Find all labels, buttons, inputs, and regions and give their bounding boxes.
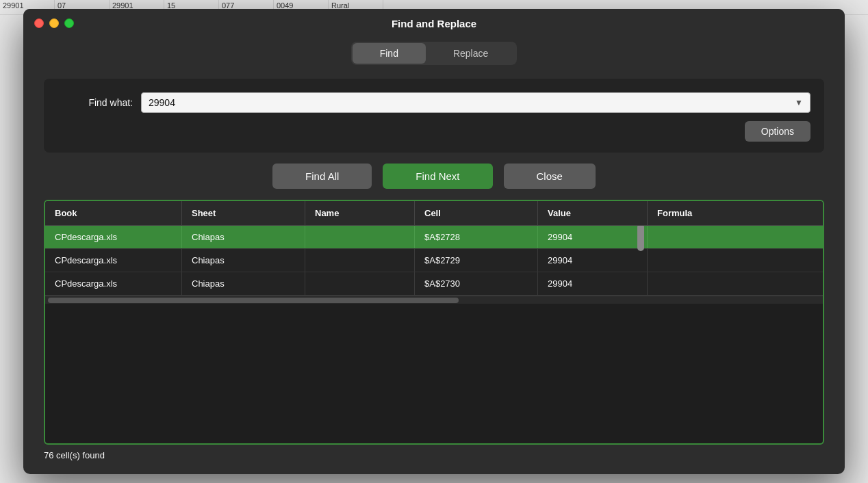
cell-formula — [648, 249, 823, 272]
dialog-body: Find Replace Find what: ▼ Options — [23, 35, 845, 474]
table-row[interactable]: CPdescarga.xls Chiapas $A$2730 29904 — [45, 272, 823, 296]
cell-formula — [648, 226, 823, 248]
h-scrollbar-thumb[interactable] — [48, 298, 459, 303]
cell-book: CPdescarga.xls — [45, 272, 182, 295]
cell-book: CPdescarga.xls — [45, 226, 182, 248]
col-cell: Cell — [415, 201, 538, 225]
find-row: Find what: ▼ — [58, 92, 810, 113]
cell-cell: $A$2728 — [415, 226, 538, 248]
find-replace-dialog: Find and Replace Find Replace Find what:… — [23, 9, 845, 474]
col-sheet: Sheet — [182, 201, 305, 225]
col-name: Name — [305, 201, 415, 225]
results-body: CPdescarga.xls Chiapas $A$2728 29904 CPd… — [45, 226, 823, 296]
find-input-wrapper: ▼ — [141, 92, 810, 113]
cell-value: 29904 — [538, 272, 648, 295]
find-section: Find what: ▼ Options — [44, 79, 824, 153]
cell-sheet: Chiapas — [182, 226, 305, 248]
cell-cell: $A$2729 — [415, 249, 538, 272]
tab-group: Find Replace — [351, 42, 518, 65]
options-button[interactable]: Options — [745, 121, 810, 142]
col-book: Book — [45, 201, 182, 225]
cell-name — [305, 272, 415, 295]
close-dialog-button[interactable]: Close — [504, 164, 596, 189]
dropdown-arrow-icon[interactable]: ▼ — [788, 98, 810, 107]
tab-find[interactable]: Find — [353, 43, 426, 64]
find-next-button[interactable]: Find Next — [383, 164, 492, 189]
col-formula: Formula — [648, 201, 823, 225]
cell-value: 29904 — [538, 249, 648, 272]
traffic-lights — [34, 18, 74, 28]
dialog-overlay: Find and Replace Find Replace Find what:… — [0, 0, 868, 483]
close-button[interactable] — [34, 18, 44, 28]
tab-replace[interactable]: Replace — [426, 43, 515, 64]
maximize-button[interactable] — [64, 18, 74, 28]
cell-name — [305, 249, 415, 272]
find-input[interactable] — [142, 93, 788, 112]
table-row[interactable]: CPdescarga.xls Chiapas $A$2729 29904 — [45, 249, 823, 272]
cell-sheet: Chiapas — [182, 249, 305, 272]
cell-value: 29904 — [538, 226, 648, 248]
cell-sheet: Chiapas — [182, 272, 305, 295]
table-row[interactable]: CPdescarga.xls Chiapas $A$2728 29904 — [45, 226, 823, 249]
minimize-button[interactable] — [49, 18, 59, 28]
cell-name — [305, 226, 415, 248]
results-header: Book Sheet Name Cell Value Formula — [45, 201, 823, 226]
col-value: Value — [538, 201, 648, 225]
scrollbar-thumb[interactable] — [637, 226, 644, 251]
status-bar: 76 cell(s) found — [44, 445, 824, 460]
tabs-container: Find Replace — [44, 42, 824, 65]
find-all-button[interactable]: Find All — [272, 164, 372, 189]
results-table-container: Book Sheet Name Cell Value Formula CPdes… — [44, 200, 824, 445]
title-bar: Find and Replace — [23, 9, 845, 35]
cell-cell: $A$2730 — [415, 272, 538, 295]
status-text: 76 cell(s) found — [44, 450, 105, 460]
cell-formula — [648, 272, 823, 295]
action-buttons: Find All Find Next Close — [44, 164, 824, 189]
dialog-title: Find and Replace — [392, 18, 476, 29]
find-label: Find what: — [58, 97, 133, 108]
cell-book: CPdescarga.xls — [45, 249, 182, 272]
horizontal-scrollbar[interactable] — [45, 296, 823, 304]
options-row: Options — [58, 121, 810, 142]
